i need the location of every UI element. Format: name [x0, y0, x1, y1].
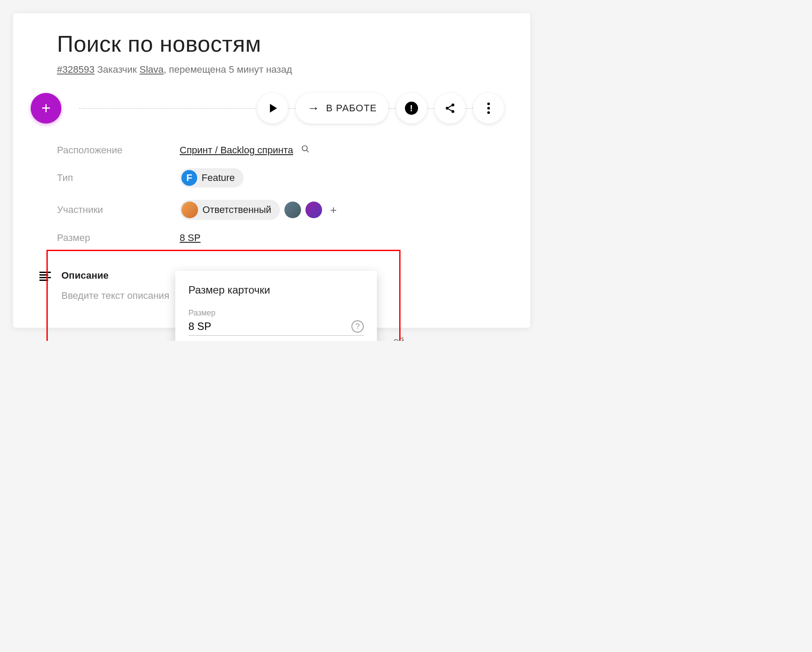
- truncated-text: ой: [394, 336, 404, 341]
- avatar[interactable]: [305, 202, 322, 218]
- play-button[interactable]: [257, 93, 288, 124]
- play-icon: [270, 104, 277, 113]
- svg-point-0: [451, 103, 454, 106]
- task-id[interactable]: #328593: [57, 64, 95, 75]
- exclamation-icon: !: [405, 102, 418, 115]
- task-card: Поиск по новостям #328593 Заказчик Slava…: [13, 13, 530, 328]
- location-value[interactable]: Спринт / Backlog спринта: [180, 145, 293, 156]
- share-button[interactable]: [435, 93, 465, 124]
- size-popover: Размер карточки Размер ? УБРАТЬ РАЗМЕР С…: [175, 271, 377, 341]
- popover-field-label: Размер: [188, 308, 364, 318]
- svg-line-7: [307, 150, 309, 152]
- share-icon: [444, 103, 456, 114]
- size-label: Размер: [57, 232, 180, 244]
- svg-point-4: [487, 107, 490, 110]
- type-badge-icon: F: [181, 170, 197, 186]
- avatar[interactable]: [284, 202, 301, 218]
- more-button[interactable]: [473, 93, 504, 124]
- alert-button[interactable]: !: [396, 93, 427, 124]
- toolbar: + В РАБОТЕ !: [39, 93, 504, 124]
- properties: Расположение Спринт / Backlog спринта Ти…: [57, 145, 504, 244]
- size-value[interactable]: 8 SP: [180, 232, 201, 243]
- popover-title: Размер карточки: [188, 284, 364, 296]
- task-meta: #328593 Заказчик Slava, перемещена 5 мин…: [57, 64, 504, 75]
- size-input[interactable]: [188, 320, 351, 333]
- svg-point-2: [451, 110, 454, 113]
- svg-point-1: [446, 107, 449, 110]
- arrow-right-icon: [307, 101, 320, 115]
- responsible-chip[interactable]: Ответственный: [180, 200, 280, 220]
- page-title: Поиск по новостям: [57, 31, 504, 57]
- svg-point-6: [302, 146, 308, 151]
- paragraph-icon: [39, 272, 53, 301]
- status-button[interactable]: В РАБОТЕ: [296, 93, 388, 124]
- type-label: Тип: [57, 172, 180, 184]
- search-icon[interactable]: [301, 145, 310, 156]
- add-person-button[interactable]: +: [330, 203, 337, 217]
- plus-icon: +: [41, 99, 50, 117]
- svg-point-3: [487, 103, 490, 105]
- customer-link[interactable]: Slava: [139, 64, 163, 75]
- avatar: [181, 202, 198, 218]
- people-label: Участники: [57, 204, 180, 216]
- location-label: Расположение: [57, 145, 180, 156]
- add-button[interactable]: +: [31, 93, 61, 124]
- svg-point-5: [487, 111, 490, 114]
- help-icon[interactable]: ?: [351, 320, 364, 333]
- more-vert-icon: [487, 103, 490, 114]
- type-chip[interactable]: F Feature: [180, 168, 244, 188]
